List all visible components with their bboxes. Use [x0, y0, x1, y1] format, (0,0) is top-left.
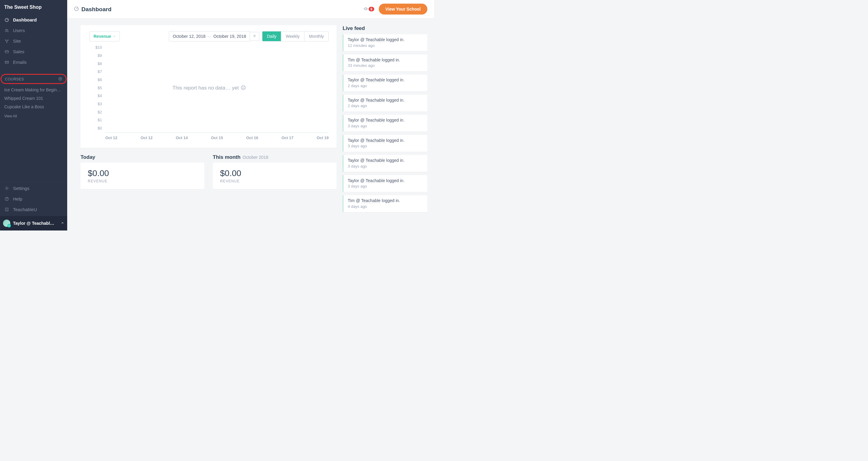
feed-time: 33 minutes ago — [348, 63, 424, 68]
sidebar-label: Dashboard — [13, 18, 37, 23]
sidebar-item-users[interactable]: Users — [0, 25, 67, 36]
y-tick: $4 — [98, 94, 102, 98]
sidebar-item-emails[interactable]: Emails — [0, 57, 67, 68]
user-menu[interactable]: Taylor @ Teachabl… — [0, 216, 67, 230]
stat-month-value: $0.00 — [220, 168, 329, 178]
sidebar-item-help[interactable]: Help — [0, 194, 67, 204]
feed-time: 12 minutes ago — [348, 43, 424, 48]
feed-time: 4 days ago — [348, 204, 424, 209]
topbar: Dashboard 6 View Your School — [67, 0, 434, 19]
gauge-icon — [4, 18, 9, 23]
svg-rect-17 — [5, 208, 8, 211]
feed-time: 2 days ago — [348, 84, 424, 88]
feed-text: Taylor @ Teachable logged in. — [348, 178, 424, 183]
megaphone-icon — [364, 7, 368, 11]
users-icon — [4, 28, 9, 33]
view-school-button[interactable]: View Your School — [379, 4, 427, 14]
sad-face-icon: ☹ — [241, 85, 246, 91]
x-tick: Oct 15 — [211, 135, 223, 140]
sidebar-label: Emails — [13, 60, 27, 65]
feed-item[interactable]: Tim @ Teachable logged in.33 minutes ago — [343, 55, 427, 71]
sidebar-label: Settings — [13, 186, 29, 191]
sidebar-label: Help — [13, 196, 22, 201]
stat-today-metric: REVENUE — [88, 179, 197, 183]
help-icon — [4, 196, 9, 201]
y-tick: $1 — [98, 118, 102, 123]
chevron-up-icon — [61, 222, 64, 225]
y-tick: $6 — [98, 77, 102, 82]
sidebar-label: Site — [13, 39, 21, 44]
sidebar: The Sweet Shop Dashboard Users Site Sale… — [0, 0, 67, 230]
sidebar-label: Sales — [13, 49, 25, 55]
notification-badge: 6 — [369, 7, 374, 11]
y-tick: $7 — [98, 69, 102, 74]
svg-point-16 — [7, 200, 7, 200]
feed-text: Taylor @ Teachable logged in. — [348, 138, 424, 143]
baseline — [105, 132, 329, 133]
y-tick: $2 — [98, 109, 102, 114]
feed-text: Taylor @ Teachable logged in. — [348, 37, 424, 42]
dash-separator: — — [207, 34, 212, 39]
svg-point-3 — [5, 29, 7, 31]
seg-monthly[interactable]: Monthly — [304, 31, 329, 41]
courses-label: COURSES — [5, 77, 24, 81]
chart-area: $10$9$8$7$6$5$4$3$2$1$0 This report has … — [90, 45, 329, 142]
sidebar-item-site[interactable]: Site — [0, 36, 67, 46]
stat-month-metric: REVENUE — [220, 179, 329, 183]
seg-weekly[interactable]: Weekly — [281, 31, 304, 41]
sidebar-item-settings[interactable]: Settings — [0, 183, 67, 194]
y-tick: $9 — [98, 53, 102, 58]
y-axis: $10$9$8$7$6$5$4$3$2$1$0 — [90, 45, 105, 133]
seg-daily[interactable]: Daily — [262, 31, 281, 41]
feed-text: Tim @ Teachable logged in. — [348, 58, 424, 62]
feed-item[interactable]: Taylor @ Teachable logged in.3 days ago — [343, 115, 427, 132]
feed-item[interactable]: Taylor @ Teachable logged in.3 days ago — [343, 155, 427, 172]
feed-text: Taylor @ Teachable logged in. — [348, 98, 424, 103]
dropdown-label: Revenue — [94, 34, 111, 39]
y-tick: $0 — [98, 126, 102, 131]
main: Dashboard 6 View Your School Revenue — [67, 0, 434, 230]
stat-today-card: $0.00 REVENUE — [81, 163, 204, 189]
sort-button[interactable] — [250, 32, 259, 41]
notifications[interactable]: 6 — [364, 7, 374, 11]
sidebar-item-sales[interactable]: Sales — [0, 46, 67, 57]
svg-point-6 — [7, 40, 8, 40]
granularity-segment: Daily Weekly Monthly — [262, 31, 329, 41]
y-tick: $5 — [98, 85, 102, 90]
courses-section-header[interactable]: COURSES — [1, 74, 67, 84]
feed-time: 3 days ago — [348, 184, 424, 189]
x-tick: Oct 14 — [176, 135, 188, 140]
feed-title: Live feed — [343, 25, 427, 31]
svg-point-5 — [5, 40, 6, 40]
feed-time: 2 days ago — [348, 103, 424, 108]
x-tick: Oct 16 — [246, 135, 258, 140]
sort-icon — [253, 34, 256, 38]
course-item[interactable]: Whipped Cream 101 — [0, 94, 67, 103]
date-range-picker[interactable]: October 12, 2018 — October 19, 2018 — [169, 31, 250, 41]
feed-item[interactable]: Tim @ Teachable logged in.4 days ago — [343, 195, 427, 212]
course-item[interactable]: Ice Cream Making for Beginn… — [0, 86, 67, 94]
sidebar-item-dashboard[interactable]: Dashboard — [0, 15, 67, 25]
x-tick: Oct 19 — [317, 135, 329, 140]
card-icon — [4, 49, 9, 55]
feed-item[interactable]: Taylor @ Teachable logged in.2 days ago — [343, 75, 427, 92]
feed-item[interactable]: Taylor @ Teachable logged in.12 minutes … — [343, 34, 427, 52]
page-title: Dashboard — [82, 6, 112, 12]
sidebar-item-teachableu[interactable]: TeachableU — [0, 204, 67, 215]
feed-time: 3 days ago — [348, 124, 424, 129]
feed-item[interactable]: Taylor @ Teachable logged in.3 days ago — [343, 135, 427, 152]
view-all-link[interactable]: View All — [0, 112, 67, 121]
site-icon — [4, 39, 9, 44]
feed-item[interactable]: Taylor @ Teachable logged in.3 days ago — [343, 175, 427, 192]
feed-list: Taylor @ Teachable logged in.12 minutes … — [343, 34, 427, 212]
course-item[interactable]: Cupcake Like a Boss — [0, 103, 67, 111]
x-tick: Oct 12 — [105, 135, 117, 140]
svg-point-4 — [7, 30, 8, 31]
plus-circle-icon[interactable] — [58, 77, 62, 82]
brand-title[interactable]: The Sweet Shop — [4, 4, 42, 10]
mail-icon — [4, 60, 9, 65]
metric-dropdown[interactable]: Revenue — [90, 31, 120, 41]
user-name: Taylor @ Teachabl… — [13, 221, 58, 226]
feed-item[interactable]: Taylor @ Teachable logged in.2 days ago — [343, 95, 427, 111]
y-tick: $10 — [95, 45, 102, 50]
